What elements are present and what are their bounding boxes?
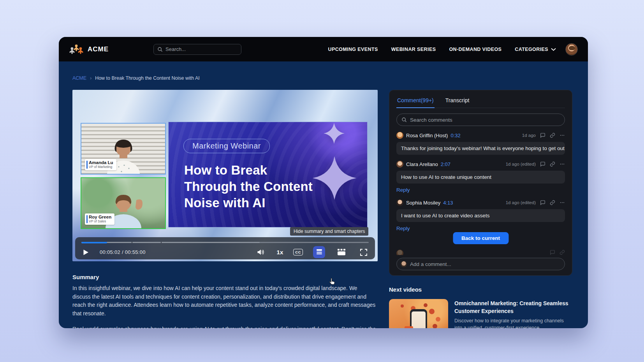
comment-text: I want to use AI to create video assets	[396, 209, 565, 222]
video-player[interactable]: Amanda Lu VP of Marketing Roy Green	[72, 90, 378, 261]
time-display: 00:05:02 / 00:55:00	[100, 249, 146, 255]
decorative-star-shape-small	[324, 123, 345, 144]
comment-video-timestamp[interactable]: 0:32	[450, 133, 460, 138]
thumbnail-cart-illustration	[405, 326, 413, 328]
summary-heading: Summary	[72, 274, 377, 280]
comment-age: 1d ago (edited)	[506, 162, 536, 166]
tab-transcript[interactable]: Transcript	[445, 96, 470, 108]
chevron-down-icon	[551, 48, 556, 51]
controls-right: 1x CC	[254, 246, 370, 258]
slide-badge: Marketing Webinar	[183, 139, 270, 153]
comment-author: Rosa Griffin (Host)	[406, 133, 448, 138]
comment-item: Sophia Mosiley 4:13 1d ago (edited) I wa…	[396, 199, 565, 232]
reply-bubble-icon[interactable]	[540, 133, 545, 138]
comments-search	[396, 114, 565, 126]
speaker-video-roy: Roy Green VP of Sales	[81, 177, 166, 229]
comments-search-input[interactable]	[410, 117, 560, 123]
comment-author: Clara Arellano	[406, 161, 438, 167]
brand-name: ACME	[88, 45, 109, 53]
commenter-avatar	[396, 250, 403, 255]
next-videos-section: Next videos Omnichannel Marketing: Creat…	[389, 286, 572, 328]
copy-link-icon[interactable]	[550, 133, 555, 138]
commenter-avatar	[396, 199, 403, 206]
comment-item: Clara Arellano 2:07 1d ago (edited) How …	[396, 161, 565, 193]
app-window: ACME UPCOMING EVENTS WEBINAR SERIES ON-D…	[59, 37, 588, 328]
panel-tabs: Comment(99+) Transcript	[396, 96, 565, 108]
progress-fill	[81, 242, 107, 243]
progress-bar[interactable]	[81, 242, 369, 243]
thumbnail-decor-dots	[401, 304, 404, 308]
next-video-title[interactable]: Omnichannel Marketing: Creating Seamless…	[454, 300, 572, 315]
chapter-marker	[132, 242, 132, 243]
summary-paragraph-1: In this insightful webinar, we dive into…	[72, 284, 377, 318]
playback-speed-button[interactable]: 1x	[277, 249, 283, 255]
search-input[interactable]	[165, 46, 238, 52]
next-videos-heading: Next videos	[389, 286, 572, 293]
reply-link[interactable]: Reply	[396, 226, 410, 231]
nav-item-webinar-series[interactable]: WEBINAR SERIES	[391, 47, 436, 52]
nav-search	[153, 44, 241, 55]
speaker-role: VP of Marketing	[89, 165, 113, 169]
slide-title: How to Break Through the Content Noise w…	[184, 162, 313, 211]
thumbnail-phone-illustration	[410, 309, 427, 328]
nav-item-upcoming-events[interactable]: UPCOMING EVENTS	[328, 47, 378, 52]
nav-item-categories[interactable]: CATEGORIES	[515, 47, 556, 52]
breadcrumb-home-link[interactable]: ACME	[72, 75, 86, 81]
fullscreen-button[interactable]	[358, 247, 370, 258]
more-options-icon[interactable]	[560, 133, 565, 138]
video-controls-bar: 00:05:02 / 00:55:00 1x CC	[75, 237, 375, 259]
comment-age: 1d ago	[522, 133, 536, 138]
comment-video-timestamp[interactable]: 4:13	[443, 200, 453, 206]
next-video-thumbnail	[389, 299, 448, 328]
next-video-description: Discover how to integrate your marketing…	[454, 318, 572, 328]
closed-captions-button[interactable]: CC	[293, 249, 303, 255]
top-nav: ACME UPCOMING EVENTS WEBINAR SERIES ON-D…	[59, 37, 588, 61]
copy-link-icon[interactable]	[550, 200, 555, 205]
more-options-icon[interactable]	[560, 161, 565, 167]
copy-link-icon[interactable]	[550, 161, 555, 167]
search-icon	[401, 117, 407, 122]
more-options-icon[interactable]	[560, 200, 565, 205]
copy-link-icon	[560, 250, 565, 255]
comment-age: 1d ago (edited)	[506, 200, 536, 205]
add-comment-input[interactable]	[410, 261, 561, 267]
partial-comment-row	[396, 250, 565, 255]
speaker-video-amanda: Amanda Lu VP of Marketing	[81, 123, 166, 175]
speaker-role: VP of Sales	[89, 220, 111, 224]
brand[interactable]: ACME	[69, 44, 109, 55]
user-avatar[interactable]	[565, 43, 578, 56]
summary-paragraph-2: Real-world examples showcase how brands …	[72, 325, 377, 328]
search-icon	[157, 47, 163, 52]
nav-item-categories-label: CATEGORIES	[515, 47, 548, 52]
comment-text: Thanks for joining today's webinar! What…	[396, 142, 565, 155]
controls-row: 00:05:02 / 00:55:00 1x CC	[81, 245, 370, 259]
comment-video-timestamp[interactable]: 2:07	[441, 161, 450, 167]
volume-icon[interactable]	[254, 247, 267, 258]
nav-item-on-demand-videos[interactable]: ON-DEMAND VIDEOS	[449, 47, 501, 52]
page-body: ACME › How to Break Through the Content …	[59, 61, 588, 328]
summary-chapters-toggle-button[interactable]	[313, 246, 325, 258]
tab-comments[interactable]: Comment(99+)	[396, 96, 435, 108]
comment-item: Rosa Griffin (Host) 0:32 1d ago Thanks f…	[396, 132, 565, 155]
reply-bubble-icon[interactable]	[540, 161, 545, 167]
current-user-avatar	[401, 261, 407, 267]
reply-link[interactable]: Reply	[396, 187, 410, 193]
reply-bubble-icon	[550, 250, 555, 255]
breadcrumb: ACME › How to Break Through the Content …	[72, 75, 200, 81]
chapters-grid-icon[interactable]	[335, 247, 348, 258]
comment-author: Sophia Mosiley	[406, 200, 440, 206]
add-comment-box	[396, 258, 565, 270]
speaker-nametag-amanda: Amanda Lu VP of Marketing	[85, 159, 116, 170]
acme-logo-icon	[69, 44, 84, 55]
play-button[interactable]	[81, 247, 91, 258]
summary-section: Summary In this insightful webinar, we d…	[72, 274, 377, 328]
webinar-slide: Marketing Webinar How to Break Through t…	[168, 122, 368, 227]
speaker-nametag-roy: Roy Green VP of Sales	[85, 213, 114, 225]
reply-bubble-icon[interactable]	[540, 200, 545, 205]
next-video-card[interactable]: Omnichannel Marketing: Creating Seamless…	[389, 299, 572, 328]
back-to-current-button[interactable]: Back to current	[453, 232, 509, 244]
progress-buffered	[81, 242, 260, 243]
decorative-star-shape	[313, 156, 356, 200]
commenter-avatar	[396, 161, 403, 168]
comment-text: How to use AI to create unique content	[396, 171, 565, 184]
